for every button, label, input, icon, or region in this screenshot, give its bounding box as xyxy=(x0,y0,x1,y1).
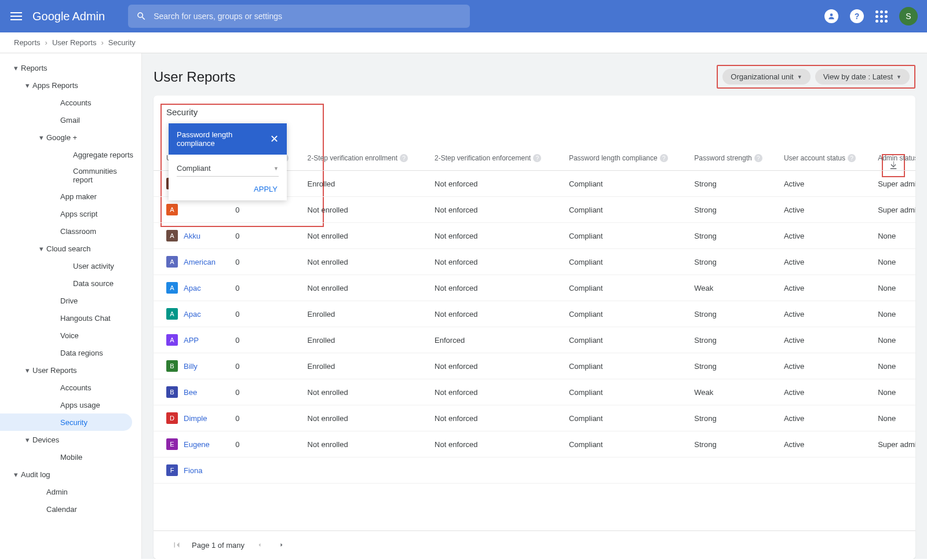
sidebar-item[interactable]: Classroom xyxy=(0,222,141,240)
sidebar-item[interactable]: Accounts xyxy=(0,379,141,396)
app-logo[interactable]: Google Admin xyxy=(32,10,105,23)
user-name-link[interactable]: Eugene xyxy=(184,440,210,449)
sidebar-item[interactable]: Apps script xyxy=(0,205,141,222)
user-name-link[interactable]: Apac xyxy=(184,310,201,319)
cell-enroll: Not enrolled xyxy=(303,275,430,301)
user-name-link[interactable]: Bee xyxy=(184,388,197,397)
sidebar-item[interactable]: Apps usage xyxy=(0,396,141,413)
sidebar-item[interactable]: Communities report xyxy=(0,163,141,188)
user-name-link[interactable]: Apac xyxy=(184,284,201,292)
breadcrumb-item[interactable]: Reports xyxy=(14,38,41,47)
cell-enroll: Enrolled xyxy=(303,327,430,353)
sidebar-item[interactable]: Security xyxy=(0,413,132,431)
table-row[interactable]: AAkku0Not enrolledNot enforcedCompliantS… xyxy=(154,223,915,249)
column-header[interactable]: 2-Step verification enrollment? xyxy=(303,146,430,171)
svg-point-0 xyxy=(830,13,833,16)
table-row[interactable]: FFiona xyxy=(154,457,915,484)
user-name-link[interactable]: APP xyxy=(184,336,199,345)
table-row[interactable]: A0Not enrolledNot enforcedCompliantStron… xyxy=(154,197,915,223)
search-input[interactable] xyxy=(154,12,462,21)
table-scroll[interactable]: UserExternal apps?2-Step verification en… xyxy=(154,146,915,530)
prev-page-button[interactable] xyxy=(253,538,267,552)
table-row[interactable]: EEugene0Not enrolledNot enforcedComplian… xyxy=(154,431,915,457)
table-row[interactable]: AApac0EnrolledNot enforcedCompliantStron… xyxy=(154,301,915,327)
cell-admin: None xyxy=(873,275,915,301)
cell-enforce: Not enforced xyxy=(430,197,564,223)
sidebar-item-label: Drive xyxy=(60,297,137,305)
tree-arrow-icon: ▾ xyxy=(36,244,46,253)
apps-grid-icon[interactable] xyxy=(875,10,888,23)
table-row[interactable]: DDimple0Not enrolledNot enforcedComplian… xyxy=(154,405,915,431)
user-name-link[interactable]: Fiona xyxy=(184,466,203,475)
notifications-icon[interactable] xyxy=(824,9,838,23)
cell-pwlen: Compliant xyxy=(564,431,689,457)
column-header[interactable]: Admin status? xyxy=(873,146,915,171)
column-header[interactable]: User account status? xyxy=(779,146,873,171)
help-icon[interactable]: ? xyxy=(400,154,408,162)
user-name-link[interactable]: Dimple xyxy=(184,414,207,423)
org-unit-chip[interactable]: Organizational unit ▼ xyxy=(722,69,810,85)
cell-enroll: Enrolled xyxy=(303,301,430,327)
help-icon[interactable]: ? xyxy=(660,154,668,162)
cell-pwstr: Strong xyxy=(689,405,779,431)
sidebar-item[interactable]: Drive xyxy=(0,292,141,309)
sidebar-item[interactable]: ▾Cloud search xyxy=(0,240,141,257)
help-icon[interactable]: ? xyxy=(754,154,762,162)
help-icon[interactable]: ? xyxy=(850,9,864,23)
search-box[interactable] xyxy=(128,5,470,28)
view-date-chip[interactable]: View by date : Latest ▼ xyxy=(815,69,910,85)
sidebar-item[interactable]: ▾Apps Reports xyxy=(0,76,141,94)
column-header[interactable]: Password strength? xyxy=(689,146,779,171)
sidebar-item-label: Accounts xyxy=(60,383,137,392)
cell-status: Active xyxy=(779,301,873,327)
hamburger-menu-icon[interactable] xyxy=(9,9,23,23)
cell-admin: None xyxy=(873,327,915,353)
sidebar-item[interactable]: App maker xyxy=(0,188,141,205)
apply-button[interactable]: APPLY xyxy=(254,185,278,193)
table-row[interactable]: BBee0Not enrolledNot enforcedCompliantWe… xyxy=(154,379,915,405)
cell-apps: 0 xyxy=(231,327,302,353)
table-row[interactable]: AAPP0EnrolledEnforcedCompliantStrongActi… xyxy=(154,327,915,353)
sidebar-item-label: Voice xyxy=(60,331,137,340)
user-name-link[interactable]: Akku xyxy=(184,232,200,240)
help-icon[interactable]: ? xyxy=(533,154,541,162)
column-header[interactable]: 2-Step verification enforcement? xyxy=(430,146,564,171)
sidebar-item[interactable]: Data regions xyxy=(0,344,141,361)
breadcrumb-item[interactable]: User Reports xyxy=(52,38,97,47)
help-icon[interactable]: ? xyxy=(848,154,856,162)
sidebar-item[interactable]: Admin xyxy=(0,483,141,500)
next-page-button[interactable] xyxy=(275,538,289,552)
sidebar-item[interactable]: Data source xyxy=(0,274,141,292)
sidebar-item[interactable]: Accounts xyxy=(0,94,141,111)
first-page-button[interactable] xyxy=(170,538,184,552)
breadcrumb-item[interactable]: Security xyxy=(108,38,136,47)
cell-enroll xyxy=(303,457,430,484)
cell-admin: None xyxy=(873,249,915,275)
sidebar-item[interactable]: ▾User Reports xyxy=(0,361,141,379)
filter-value-select[interactable]: Compliant ▼ xyxy=(177,160,279,177)
sidebar-item[interactable]: Gmail xyxy=(0,111,141,129)
sidebar-item[interactable]: Aggregate reports xyxy=(0,146,141,163)
user-avatar-badge: D xyxy=(166,412,178,424)
user-name-link[interactable]: American xyxy=(184,258,216,266)
sidebar-item[interactable]: ▾Reports xyxy=(0,59,141,76)
cell-pwstr: Strong xyxy=(689,249,779,275)
sidebar-item[interactable]: User activity xyxy=(0,257,141,274)
cell-apps: 0 xyxy=(231,431,302,457)
sidebar-item[interactable]: Hangouts Chat xyxy=(0,309,141,327)
user-name-link[interactable]: Billy xyxy=(184,362,198,371)
sidebar-item[interactable]: ▾Google + xyxy=(0,129,141,146)
table-row[interactable]: AAmerican0Not enrolledNot enforcedCompli… xyxy=(154,249,915,275)
user-avatar[interactable]: S xyxy=(899,7,918,25)
sidebar-item[interactable]: ▾Audit log xyxy=(0,466,141,483)
column-header[interactable]: Password length compliance? xyxy=(564,146,689,171)
sidebar-item[interactable]: Voice xyxy=(0,327,141,344)
sidebar-item[interactable]: Mobile xyxy=(0,448,141,466)
table-row[interactable]: BBilly0EnrolledNot enforcedCompliantStro… xyxy=(154,353,915,379)
user-avatar-badge: A xyxy=(166,334,178,346)
sidebar-item-label: Security xyxy=(60,418,127,427)
close-icon[interactable]: ✕ xyxy=(270,133,279,145)
sidebar-item[interactable]: Calendar xyxy=(0,500,141,518)
sidebar-item[interactable]: ▾Devices xyxy=(0,431,141,448)
table-row[interactable]: AApac0Not enrolledNot enforcedCompliantW… xyxy=(154,275,915,301)
